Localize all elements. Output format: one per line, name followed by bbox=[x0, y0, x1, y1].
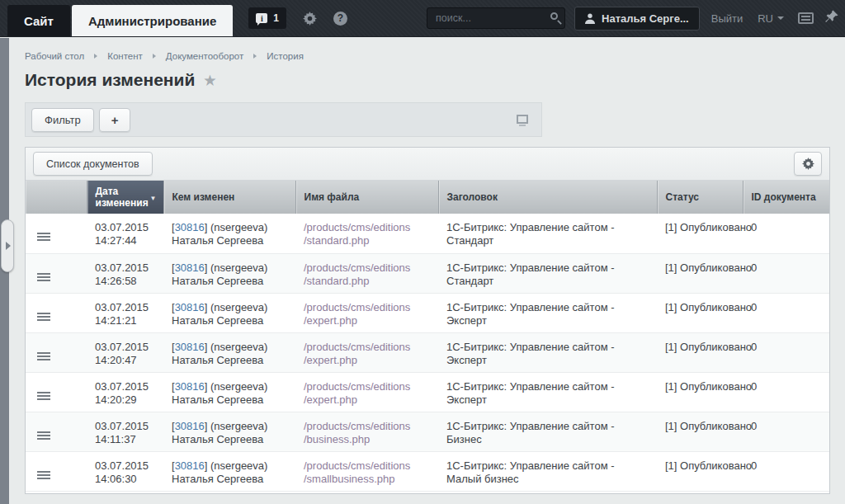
file-path-link[interactable]: /products/cms/editions/business.php bbox=[304, 420, 410, 445]
tab-administration[interactable]: Администрирование bbox=[72, 5, 233, 36]
row-changed-by-cell: [30816] (nsergeeva) Наталья Сергеева bbox=[163, 451, 295, 491]
row-filename-cell: /products/cms/editions/standard.php bbox=[295, 214, 438, 253]
file-path-line2: /expert.php bbox=[304, 393, 357, 406]
table-row[interactable]: 03.07.2015 14:20:47 [30816] (nsergeeva) … bbox=[26, 332, 829, 372]
table-row[interactable]: 03.07.2015 14:27:44 [30816] (nsergeeva) … bbox=[26, 214, 829, 253]
row-title-cell: 1С-Битрикс: Управление сайтом - Малый би… bbox=[438, 451, 657, 491]
row-status-cell: [1] Опубликовано bbox=[657, 332, 743, 372]
user-name: Наталья Сергеева bbox=[172, 473, 263, 485]
column-header-title[interactable]: Заголовок bbox=[438, 181, 657, 214]
row-status: [1] Опубликовано bbox=[665, 261, 752, 274]
row-time: 14:21:21 bbox=[95, 314, 137, 327]
help-button[interactable]: ? bbox=[333, 12, 347, 26]
row-menu-icon[interactable] bbox=[37, 392, 50, 393]
user-login: (nsergeeva) bbox=[210, 221, 267, 233]
settings-gear-icon[interactable] bbox=[303, 12, 317, 26]
notification-bubble-icon: i bbox=[256, 13, 267, 23]
user-id-bracket: ] bbox=[205, 301, 208, 313]
filter-settings-icon[interactable] bbox=[517, 115, 528, 124]
search-input[interactable] bbox=[427, 7, 565, 29]
row-doc-id-cell: 0 bbox=[743, 293, 829, 332]
file-path-link[interactable]: /products/cms/editions/standard.php bbox=[304, 221, 410, 247]
row-status: [1] Опубликовано bbox=[665, 420, 752, 432]
user-id-bracket: ] bbox=[205, 221, 208, 233]
documents-list-button[interactable]: Список документов bbox=[33, 152, 153, 176]
file-path-link[interactable]: /products/cms/editions/expert.php bbox=[304, 380, 410, 406]
column-header-filename[interactable]: Имя файла bbox=[295, 181, 438, 214]
row-time: 14:27:44 bbox=[95, 234, 137, 247]
user-menu-button[interactable]: Наталья Серге... bbox=[574, 7, 700, 31]
grid-settings-button[interactable] bbox=[794, 152, 822, 176]
column-header-status[interactable]: Статус bbox=[657, 181, 743, 214]
sort-desc-icon[interactable]: ▼ bbox=[150, 193, 157, 205]
row-date-cell: 03.07.2015 14:11:37 bbox=[87, 412, 163, 451]
table-row[interactable]: 03.07.2015 14:11:37 [30816] (nsergeeva) … bbox=[26, 412, 829, 451]
table-row[interactable]: 03.07.2015 14:26:58 [30816] (nsergeeva) … bbox=[26, 253, 829, 293]
user-id-link[interactable]: 30816 bbox=[175, 221, 205, 233]
row-doc-id: 0 bbox=[751, 420, 757, 432]
table-row[interactable]: 03.07.2015 14:20:29 [30816] (nsergeeva) … bbox=[26, 372, 829, 412]
row-date-cell: 03.07.2015 14:21:21 bbox=[87, 293, 163, 332]
row-menu-icon[interactable] bbox=[37, 352, 50, 354]
breadcrumb-item-content[interactable]: Контент bbox=[107, 51, 143, 61]
user-id-link[interactable]: 30816 bbox=[175, 301, 205, 313]
user-id-bracket: ] bbox=[205, 341, 208, 353]
file-path-line1: /products/cms/editions bbox=[304, 459, 410, 472]
row-date: 03.07.2015 bbox=[95, 420, 149, 432]
notification-count: 1 bbox=[273, 12, 279, 24]
breadcrumb-item-workflow[interactable]: Документооборот bbox=[166, 51, 243, 61]
file-path-link[interactable]: /products/cms/editions/expert.php bbox=[304, 301, 410, 327]
table-row[interactable]: 03.07.2015 14:21:21 [30816] (nsergeeva) … bbox=[26, 293, 829, 332]
row-menu-cell bbox=[26, 332, 87, 372]
row-menu-icon[interactable] bbox=[37, 431, 50, 433]
language-selector[interactable]: RU bbox=[758, 12, 784, 25]
row-date: 03.07.2015 bbox=[95, 261, 149, 274]
breadcrumb-item-desktop[interactable]: Рабочий стол bbox=[25, 51, 84, 61]
search-icon[interactable] bbox=[550, 12, 558, 20]
user-login: (nsergeeva) bbox=[210, 459, 267, 472]
row-doc-id-cell: 0 bbox=[743, 372, 829, 412]
history-table-body: 03.07.2015 14:27:44 [30816] (nsergeeva) … bbox=[26, 214, 829, 491]
user-name: Наталья Сергеева bbox=[172, 433, 263, 445]
filter-button[interactable]: Фильтр bbox=[31, 108, 94, 132]
row-changed-by-cell: [30816] (nsergeeva) Наталья Сергеева bbox=[163, 214, 295, 253]
hotkeys-panel-icon[interactable] bbox=[798, 12, 814, 24]
column-header-date[interactable]: Дата изменения ▼ bbox=[87, 181, 163, 214]
user-id-link[interactable]: 30816 bbox=[175, 341, 205, 353]
row-title: 1С-Битрикс: Управление сайтом - Стандарт bbox=[446, 221, 615, 247]
user-id-link[interactable]: 30816 bbox=[175, 420, 205, 432]
row-menu-icon[interactable] bbox=[37, 313, 50, 314]
row-date-cell: 03.07.2015 14:27:44 bbox=[87, 214, 163, 253]
row-filename-cell: /products/cms/editions/business.php bbox=[295, 412, 438, 451]
user-id-link[interactable]: 30816 bbox=[175, 261, 205, 274]
table-row[interactable]: 03.07.2015 14:06:30 [30816] (nsergeeva) … bbox=[26, 451, 829, 491]
breadcrumb-item-history[interactable]: История bbox=[267, 51, 304, 61]
file-path-line1: /products/cms/editions bbox=[304, 221, 410, 233]
column-header-changed-by[interactable]: Кем изменен bbox=[163, 181, 295, 214]
row-filename-cell: /products/cms/editions/expert.php bbox=[295, 372, 438, 412]
pin-topbar-button[interactable] bbox=[825, 10, 838, 26]
row-doc-id-cell: 0 bbox=[743, 451, 829, 491]
file-path-line2: /standard.php bbox=[304, 275, 370, 287]
breadcrumb-separator-icon bbox=[253, 54, 257, 59]
file-path-link[interactable]: /products/cms/editions/smallbusiness.php bbox=[304, 459, 410, 485]
file-path-link[interactable]: /products/cms/editions/expert.php bbox=[304, 341, 410, 366]
user-id-link[interactable]: 30816 bbox=[175, 459, 205, 472]
row-date: 03.07.2015 bbox=[95, 301, 149, 313]
user-id-link[interactable]: 30816 bbox=[175, 380, 205, 393]
row-status-cell: [1] Опубликовано bbox=[657, 253, 743, 293]
file-path-line1: /products/cms/editions bbox=[304, 380, 410, 393]
file-path-link[interactable]: /products/cms/editions/standard.php bbox=[304, 261, 410, 287]
sidebar-expand-handle[interactable] bbox=[1, 219, 14, 272]
notifications-button[interactable]: i 1 bbox=[248, 7, 286, 29]
row-menu-icon[interactable] bbox=[37, 471, 50, 473]
row-doc-id-cell: 0 bbox=[743, 412, 829, 451]
logout-link[interactable]: Выйти bbox=[711, 12, 744, 25]
file-path-line1: /products/cms/editions bbox=[304, 420, 410, 432]
row-menu-icon[interactable] bbox=[37, 233, 50, 234]
tab-site[interactable]: Сайт bbox=[7, 5, 70, 36]
favorite-star-icon[interactable]: ★ bbox=[204, 73, 215, 88]
column-header-doc-id[interactable]: ID документа bbox=[743, 181, 829, 214]
add-filter-button[interactable]: + bbox=[99, 108, 131, 132]
row-menu-icon[interactable] bbox=[37, 273, 50, 275]
